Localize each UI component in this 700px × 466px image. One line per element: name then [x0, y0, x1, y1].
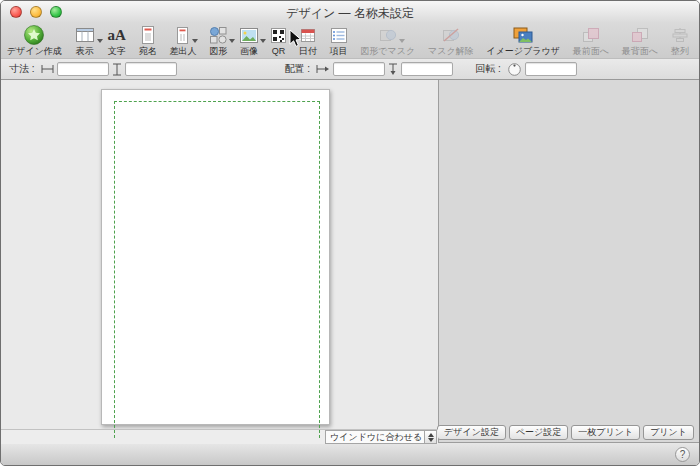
toolbar-button-label: 画像: [240, 46, 258, 56]
toolbar-button-label: 差出人: [169, 46, 196, 56]
toolbar-button-label: QR: [272, 46, 286, 56]
position-label: 配置 :: [285, 62, 311, 76]
toolbar-button-image-browser[interactable]: イメージブラウザ: [486, 24, 559, 56]
field-icon: [331, 24, 347, 46]
width-input[interactable]: [57, 62, 109, 76]
panel-buttons: デザイン設定 ページ設定 一枚プリント プリント: [437, 425, 694, 440]
height-measure-icon: [112, 63, 122, 76]
toolbar-button-label: 最背面へ: [622, 46, 658, 56]
toolbar-button-sender[interactable]: 差出人: [169, 24, 196, 56]
toolbar-button-date[interactable]: 日付: [299, 24, 317, 56]
toolbar-button-image[interactable]: 画像: [240, 24, 258, 56]
print-button[interactable]: プリント: [643, 425, 694, 440]
text-icon: aA: [107, 24, 125, 46]
stepper-icon[interactable]: [424, 431, 436, 443]
display-icon: [75, 24, 95, 46]
design-create-icon: [23, 24, 45, 46]
send-back-icon: [631, 24, 649, 46]
design-settings-button[interactable]: デザイン設定: [437, 425, 506, 440]
app-window: デザイン — 名称未設定 デザイン作成 表示 aA 文字 宛名: [0, 0, 700, 466]
toolbar-button-address[interactable]: 宛名: [139, 24, 157, 56]
image-icon: [240, 24, 258, 46]
toolbar-button-display[interactable]: 表示: [75, 24, 95, 56]
unmask-icon: [442, 24, 460, 46]
zoom-select[interactable]: ウインドウに合わせる: [325, 430, 437, 444]
toolbar-button-label: イメージブラウザ: [486, 46, 559, 56]
toolbar: デザイン作成 表示 aA 文字 宛名 差出人: [1, 23, 699, 59]
help-button[interactable]: ?: [675, 447, 690, 462]
zoom-select-value: ウインドウに合わせる: [326, 431, 424, 444]
title-bar: デザイン — 名称未設定: [1, 1, 699, 23]
chevron-up-icon: [428, 433, 434, 437]
toolbar-button-label: 文字: [108, 46, 126, 56]
toolbar-button-unmask: マスク解除: [428, 24, 474, 56]
toolbar-button-label: 項目: [330, 46, 348, 56]
toolbar-button-bring-to-front: 最前面へ: [573, 24, 609, 56]
size-label: 寸法 :: [9, 62, 35, 76]
y-position-input[interactable]: [401, 62, 453, 76]
chevron-down-icon: [260, 39, 266, 43]
canvas-footer: ウインドウに合わせる: [1, 429, 438, 444]
toolbar-button-shape[interactable]: 図形: [209, 24, 227, 56]
bottom-bar: ?: [1, 442, 699, 465]
inspector-panel: デザイン設定 ページ設定 一枚プリント プリント: [438, 80, 699, 444]
width-measure-icon: [41, 64, 54, 74]
chevron-down-icon: [399, 39, 405, 43]
toolbar-button-send-to-back: 最背面へ: [622, 24, 658, 56]
bring-front-icon: [582, 24, 600, 46]
toolbar-button-label: 宛名: [139, 46, 157, 56]
height-input[interactable]: [125, 62, 177, 76]
chevron-down-icon: [97, 39, 103, 43]
toolbar-button-field[interactable]: 項目: [330, 24, 348, 56]
toolbar-button-label: 表示: [76, 46, 94, 56]
sender-icon: [175, 24, 190, 46]
chevron-down-icon: [428, 438, 434, 442]
toolbar-button-label: 図形: [209, 46, 227, 56]
date-icon: [300, 24, 316, 46]
toolbar-button-label: 日付: [299, 46, 317, 56]
shape-icon: [209, 24, 227, 46]
document-page[interactable]: [101, 89, 330, 425]
toolbar-button-label: マスク解除: [428, 46, 474, 56]
toolbar-button-text[interactable]: aA 文字: [107, 24, 125, 56]
page-settings-button[interactable]: ページ設定: [509, 425, 568, 440]
design-canvas[interactable]: ウインドウに合わせる: [1, 80, 438, 444]
toolbar-button-label: デザイン作成: [7, 46, 62, 56]
image-browser-icon: [513, 24, 533, 46]
address-icon: [140, 24, 156, 46]
main-content: ウインドウに合わせる デザイン設定 ページ設定 一枚プリント プリント: [1, 80, 699, 444]
format-bar: 寸法 : 配置 : 回転 :: [1, 59, 699, 80]
toolbar-button-label: 整列: [671, 46, 689, 56]
qr-icon: [271, 24, 286, 46]
single-print-button[interactable]: 一枚プリント: [571, 425, 640, 440]
chevron-down-icon: [229, 39, 235, 43]
align-icon: [672, 24, 688, 46]
toolbar-button-label: 最前面へ: [573, 46, 609, 56]
x-position-icon: [316, 64, 330, 74]
rotation-input[interactable]: [525, 62, 577, 76]
toolbar-button-mask-with-shape: 図形でマスク: [360, 24, 415, 56]
chevron-down-icon: [192, 39, 198, 43]
mask-shape-icon: [379, 24, 397, 46]
y-position-icon: [388, 63, 398, 76]
rotation-dial-icon[interactable]: [507, 62, 522, 77]
toolbar-button-design-create[interactable]: デザイン作成: [7, 24, 62, 56]
toolbar-button-qr[interactable]: QR: [271, 24, 286, 56]
toolbar-button-label: 図形でマスク: [360, 46, 415, 56]
toolbar-button-align: 整列: [671, 24, 689, 56]
rotation-label: 回転 :: [475, 62, 501, 76]
x-position-input[interactable]: [333, 62, 385, 76]
window-title: デザイン — 名称未設定: [1, 5, 699, 22]
